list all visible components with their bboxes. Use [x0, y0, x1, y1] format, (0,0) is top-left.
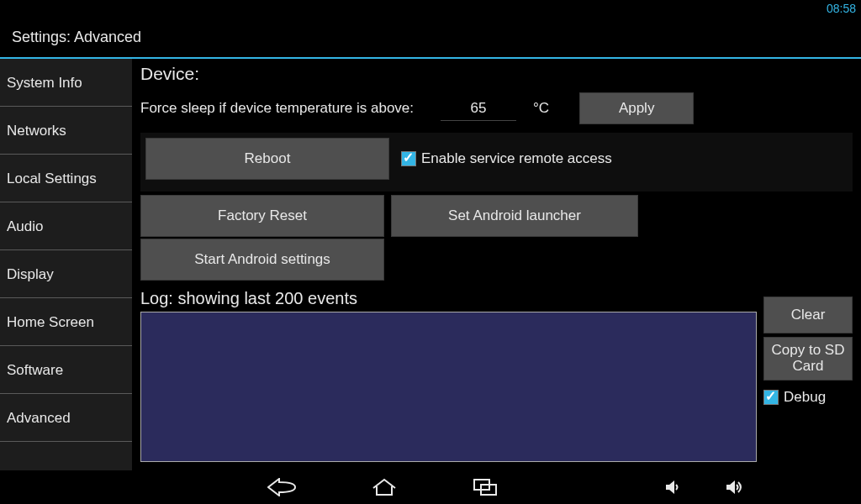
home-icon[interactable]: [372, 478, 397, 496]
debug-label: Debug: [784, 389, 826, 406]
log-textarea[interactable]: [140, 312, 757, 462]
remote-access-label: Enable service remote access: [421, 150, 612, 167]
log-heading: Log: showing last 200 events: [140, 289, 757, 308]
recents-icon[interactable]: [473, 478, 498, 496]
sidebar-item-local-settings[interactable]: Local Settings: [0, 155, 132, 202]
sidebar-item-advanced[interactable]: Advanced: [0, 394, 132, 442]
sidebar: System Info Networks Local Settings Audi…: [0, 59, 132, 470]
start-android-settings-button[interactable]: Start Android settings: [140, 239, 384, 281]
android-navbar: [0, 470, 861, 504]
volume-down-icon[interactable]: [666, 479, 681, 496]
remote-access-checkbox[interactable]: [401, 151, 416, 166]
sidebar-item-display[interactable]: Display: [0, 250, 132, 298]
sidebar-item-home-screen[interactable]: Home Screen: [0, 298, 132, 346]
main-panel: Device: Force sleep if device temperatur…: [132, 59, 861, 470]
device-heading: Device:: [140, 64, 853, 84]
sidebar-item-networks[interactable]: Networks: [0, 107, 132, 155]
temp-label: Force sleep if device temperature is abo…: [140, 100, 414, 117]
set-launcher-button[interactable]: Set Android launcher: [391, 195, 638, 237]
page-title: Settings: Advanced: [12, 29, 141, 46]
copy-to-sd-button[interactable]: Copy to SD Card: [763, 337, 853, 381]
apply-button[interactable]: Apply: [579, 92, 694, 124]
status-time: 08:58: [827, 2, 856, 15]
sidebar-item-system-info[interactable]: System Info: [0, 59, 132, 107]
titlebar: Settings: Advanced: [0, 17, 861, 59]
temp-unit: °C: [533, 100, 549, 117]
sidebar-item-audio[interactable]: Audio: [0, 202, 132, 250]
clear-log-button[interactable]: Clear: [763, 297, 853, 333]
sidebar-item-software[interactable]: Software: [0, 346, 132, 394]
volume-up-icon[interactable]: [726, 479, 745, 496]
status-bar: 08:58: [0, 0, 861, 17]
temp-input[interactable]: [441, 97, 516, 121]
reboot-button[interactable]: Reboot: [145, 138, 389, 180]
back-icon[interactable]: [267, 478, 296, 496]
debug-checkbox[interactable]: [763, 390, 779, 405]
factory-reset-button[interactable]: Factory Reset: [140, 195, 384, 237]
